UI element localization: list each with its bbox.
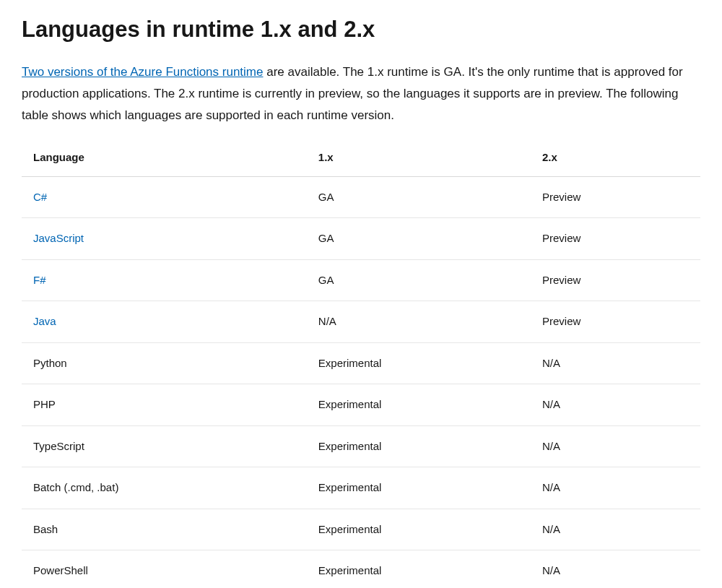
- v2-cell: N/A: [531, 509, 700, 550]
- header-2x: 2.x: [531, 139, 700, 176]
- language-text: TypeScript: [33, 440, 84, 452]
- language-text: Batch (.cmd, .bat): [33, 481, 118, 493]
- v1-cell: Experimental: [307, 425, 531, 467]
- v2-cell: N/A: [531, 425, 700, 467]
- language-cell: JavaScript: [22, 218, 307, 260]
- table-row: JavaN/APreview: [22, 301, 700, 343]
- language-cell: PowerShell: [22, 550, 307, 588]
- v2-cell: N/A: [531, 467, 700, 509]
- v2-cell: Preview: [531, 259, 700, 301]
- page-title: Languages in runtime 1.x and 2.x: [22, 13, 700, 47]
- language-link[interactable]: F#: [33, 274, 46, 286]
- v1-cell: Experimental: [307, 550, 531, 588]
- table-row: TypeScriptExperimentalN/A: [22, 425, 700, 467]
- language-link[interactable]: JavaScript: [33, 232, 84, 244]
- language-link[interactable]: Java: [33, 315, 56, 327]
- table-row: PHPExperimentalN/A: [22, 384, 700, 426]
- language-cell: PHP: [22, 384, 307, 426]
- intro-paragraph: Two versions of the Azure Functions runt…: [22, 61, 700, 127]
- header-language: Language: [22, 139, 307, 176]
- v1-cell: N/A: [307, 301, 531, 343]
- language-text: Python: [33, 357, 67, 369]
- v1-cell: GA: [307, 218, 531, 260]
- language-link[interactable]: C#: [33, 191, 47, 203]
- v1-cell: Experimental: [307, 342, 531, 384]
- v1-cell: Experimental: [307, 384, 531, 426]
- v1-cell: GA: [307, 259, 531, 301]
- v2-cell: Preview: [531, 176, 700, 218]
- runtime-versions-link[interactable]: Two versions of the Azure Functions runt…: [22, 65, 264, 79]
- language-cell: Bash: [22, 509, 307, 550]
- v1-cell: Experimental: [307, 467, 531, 509]
- v2-cell: Preview: [531, 218, 700, 260]
- v1-cell: GA: [307, 176, 531, 218]
- table-row: C#GAPreview: [22, 176, 700, 218]
- table-header-row: Language 1.x 2.x: [22, 139, 700, 176]
- language-text: PowerShell: [33, 564, 88, 576]
- language-cell: Python: [22, 342, 307, 384]
- table-row: BashExperimentalN/A: [22, 509, 700, 550]
- header-1x: 1.x: [307, 139, 531, 176]
- language-text: PHP: [33, 398, 56, 410]
- language-cell: Java: [22, 301, 307, 343]
- language-cell: F#: [22, 259, 307, 301]
- v2-cell: N/A: [531, 384, 700, 426]
- languages-table: Language 1.x 2.x C#GAPreviewJavaScriptGA…: [22, 139, 700, 588]
- table-row: PythonExperimentalN/A: [22, 342, 700, 384]
- language-cell: TypeScript: [22, 425, 307, 467]
- v2-cell: N/A: [531, 342, 700, 384]
- language-cell: Batch (.cmd, .bat): [22, 467, 307, 509]
- v2-cell: Preview: [531, 301, 700, 343]
- table-row: Batch (.cmd, .bat)ExperimentalN/A: [22, 467, 700, 509]
- v1-cell: Experimental: [307, 509, 531, 550]
- table-row: PowerShellExperimentalN/A: [22, 550, 700, 588]
- table-row: JavaScriptGAPreview: [22, 218, 700, 260]
- table-row: F#GAPreview: [22, 259, 700, 301]
- language-text: Bash: [33, 523, 58, 535]
- v2-cell: N/A: [531, 550, 700, 588]
- language-cell: C#: [22, 176, 307, 218]
